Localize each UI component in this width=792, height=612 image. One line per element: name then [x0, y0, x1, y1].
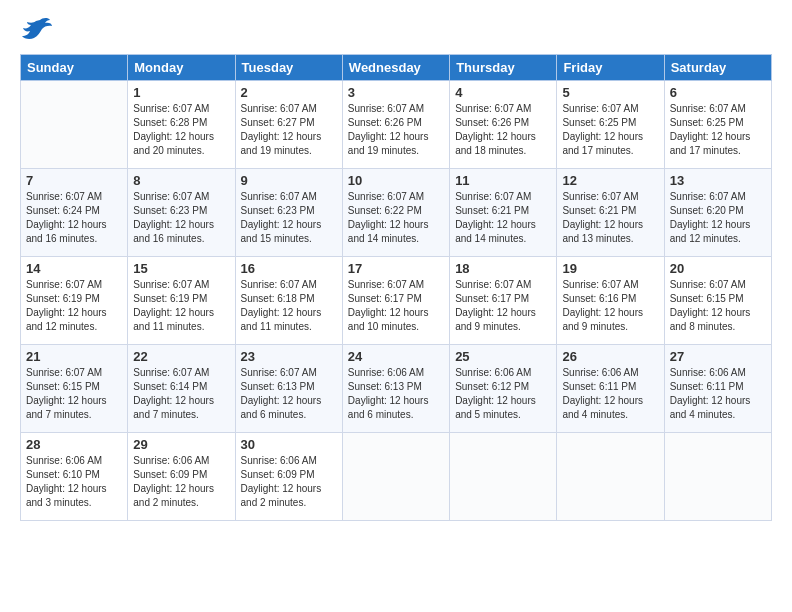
day-info: Sunrise: 6:07 AMSunset: 6:23 PMDaylight:… — [133, 190, 229, 246]
day-info: Sunrise: 6:07 AMSunset: 6:26 PMDaylight:… — [348, 102, 444, 158]
table-row: 18Sunrise: 6:07 AMSunset: 6:17 PMDayligh… — [450, 257, 557, 345]
day-number: 25 — [455, 349, 551, 364]
col-sunday: Sunday — [21, 55, 128, 81]
day-number: 17 — [348, 261, 444, 276]
table-row: 7Sunrise: 6:07 AMSunset: 6:24 PMDaylight… — [21, 169, 128, 257]
day-info: Sunrise: 6:06 AMSunset: 6:11 PMDaylight:… — [562, 366, 658, 422]
day-info: Sunrise: 6:07 AMSunset: 6:16 PMDaylight:… — [562, 278, 658, 334]
day-info: Sunrise: 6:07 AMSunset: 6:19 PMDaylight:… — [133, 278, 229, 334]
day-number: 4 — [455, 85, 551, 100]
table-row: 12Sunrise: 6:07 AMSunset: 6:21 PMDayligh… — [557, 169, 664, 257]
day-info: Sunrise: 6:07 AMSunset: 6:21 PMDaylight:… — [455, 190, 551, 246]
col-monday: Monday — [128, 55, 235, 81]
day-number: 6 — [670, 85, 766, 100]
logo — [20, 16, 54, 44]
day-number: 29 — [133, 437, 229, 452]
table-row: 5Sunrise: 6:07 AMSunset: 6:25 PMDaylight… — [557, 81, 664, 169]
day-info: Sunrise: 6:07 AMSunset: 6:15 PMDaylight:… — [26, 366, 122, 422]
day-number: 11 — [455, 173, 551, 188]
table-row: 14Sunrise: 6:07 AMSunset: 6:19 PMDayligh… — [21, 257, 128, 345]
day-number: 9 — [241, 173, 337, 188]
day-info: Sunrise: 6:07 AMSunset: 6:27 PMDaylight:… — [241, 102, 337, 158]
table-row: 3Sunrise: 6:07 AMSunset: 6:26 PMDaylight… — [342, 81, 449, 169]
day-number: 28 — [26, 437, 122, 452]
day-info: Sunrise: 6:07 AMSunset: 6:19 PMDaylight:… — [26, 278, 122, 334]
calendar-week-2: 7Sunrise: 6:07 AMSunset: 6:24 PMDaylight… — [21, 169, 772, 257]
table-row: 6Sunrise: 6:07 AMSunset: 6:25 PMDaylight… — [664, 81, 771, 169]
day-info: Sunrise: 6:07 AMSunset: 6:17 PMDaylight:… — [348, 278, 444, 334]
day-info: Sunrise: 6:06 AMSunset: 6:09 PMDaylight:… — [133, 454, 229, 510]
calendar-week-1: 1Sunrise: 6:07 AMSunset: 6:28 PMDaylight… — [21, 81, 772, 169]
day-number: 16 — [241, 261, 337, 276]
day-info: Sunrise: 6:07 AMSunset: 6:26 PMDaylight:… — [455, 102, 551, 158]
col-tuesday: Tuesday — [235, 55, 342, 81]
col-saturday: Saturday — [664, 55, 771, 81]
table-row — [342, 433, 449, 521]
day-number: 13 — [670, 173, 766, 188]
day-info: Sunrise: 6:07 AMSunset: 6:21 PMDaylight:… — [562, 190, 658, 246]
table-row: 29Sunrise: 6:06 AMSunset: 6:09 PMDayligh… — [128, 433, 235, 521]
day-info: Sunrise: 6:06 AMSunset: 6:13 PMDaylight:… — [348, 366, 444, 422]
table-row: 1Sunrise: 6:07 AMSunset: 6:28 PMDaylight… — [128, 81, 235, 169]
table-row: 20Sunrise: 6:07 AMSunset: 6:15 PMDayligh… — [664, 257, 771, 345]
table-row — [557, 433, 664, 521]
table-row — [450, 433, 557, 521]
day-info: Sunrise: 6:07 AMSunset: 6:17 PMDaylight:… — [455, 278, 551, 334]
table-row: 17Sunrise: 6:07 AMSunset: 6:17 PMDayligh… — [342, 257, 449, 345]
day-info: Sunrise: 6:07 AMSunset: 6:13 PMDaylight:… — [241, 366, 337, 422]
table-row: 27Sunrise: 6:06 AMSunset: 6:11 PMDayligh… — [664, 345, 771, 433]
table-row: 23Sunrise: 6:07 AMSunset: 6:13 PMDayligh… — [235, 345, 342, 433]
day-info: Sunrise: 6:06 AMSunset: 6:09 PMDaylight:… — [241, 454, 337, 510]
day-info: Sunrise: 6:07 AMSunset: 6:15 PMDaylight:… — [670, 278, 766, 334]
col-friday: Friday — [557, 55, 664, 81]
day-number: 3 — [348, 85, 444, 100]
day-info: Sunrise: 6:07 AMSunset: 6:22 PMDaylight:… — [348, 190, 444, 246]
table-row — [664, 433, 771, 521]
table-row: 19Sunrise: 6:07 AMSunset: 6:16 PMDayligh… — [557, 257, 664, 345]
day-number: 18 — [455, 261, 551, 276]
table-row — [21, 81, 128, 169]
day-number: 15 — [133, 261, 229, 276]
calendar-header-row: Sunday Monday Tuesday Wednesday Thursday… — [21, 55, 772, 81]
day-number: 14 — [26, 261, 122, 276]
day-info: Sunrise: 6:07 AMSunset: 6:14 PMDaylight:… — [133, 366, 229, 422]
day-number: 5 — [562, 85, 658, 100]
day-info: Sunrise: 6:07 AMSunset: 6:25 PMDaylight:… — [670, 102, 766, 158]
day-number: 30 — [241, 437, 337, 452]
day-info: Sunrise: 6:07 AMSunset: 6:25 PMDaylight:… — [562, 102, 658, 158]
day-info: Sunrise: 6:07 AMSunset: 6:18 PMDaylight:… — [241, 278, 337, 334]
table-row: 16Sunrise: 6:07 AMSunset: 6:18 PMDayligh… — [235, 257, 342, 345]
day-number: 7 — [26, 173, 122, 188]
table-row: 25Sunrise: 6:06 AMSunset: 6:12 PMDayligh… — [450, 345, 557, 433]
calendar-week-4: 21Sunrise: 6:07 AMSunset: 6:15 PMDayligh… — [21, 345, 772, 433]
table-row: 10Sunrise: 6:07 AMSunset: 6:22 PMDayligh… — [342, 169, 449, 257]
day-number: 19 — [562, 261, 658, 276]
day-info: Sunrise: 6:07 AMSunset: 6:24 PMDaylight:… — [26, 190, 122, 246]
day-number: 10 — [348, 173, 444, 188]
table-row: 24Sunrise: 6:06 AMSunset: 6:13 PMDayligh… — [342, 345, 449, 433]
table-row: 15Sunrise: 6:07 AMSunset: 6:19 PMDayligh… — [128, 257, 235, 345]
page: Sunday Monday Tuesday Wednesday Thursday… — [0, 0, 792, 612]
day-number: 26 — [562, 349, 658, 364]
day-number: 8 — [133, 173, 229, 188]
day-number: 21 — [26, 349, 122, 364]
day-info: Sunrise: 6:07 AMSunset: 6:20 PMDaylight:… — [670, 190, 766, 246]
day-number: 27 — [670, 349, 766, 364]
table-row: 30Sunrise: 6:06 AMSunset: 6:09 PMDayligh… — [235, 433, 342, 521]
table-row: 21Sunrise: 6:07 AMSunset: 6:15 PMDayligh… — [21, 345, 128, 433]
day-number: 12 — [562, 173, 658, 188]
calendar-week-3: 14Sunrise: 6:07 AMSunset: 6:19 PMDayligh… — [21, 257, 772, 345]
calendar-week-5: 28Sunrise: 6:06 AMSunset: 6:10 PMDayligh… — [21, 433, 772, 521]
day-number: 2 — [241, 85, 337, 100]
day-number: 23 — [241, 349, 337, 364]
calendar-table: Sunday Monday Tuesday Wednesday Thursday… — [20, 54, 772, 521]
table-row: 9Sunrise: 6:07 AMSunset: 6:23 PMDaylight… — [235, 169, 342, 257]
header — [20, 16, 772, 44]
table-row: 2Sunrise: 6:07 AMSunset: 6:27 PMDaylight… — [235, 81, 342, 169]
day-info: Sunrise: 6:07 AMSunset: 6:23 PMDaylight:… — [241, 190, 337, 246]
table-row: 28Sunrise: 6:06 AMSunset: 6:10 PMDayligh… — [21, 433, 128, 521]
table-row: 4Sunrise: 6:07 AMSunset: 6:26 PMDaylight… — [450, 81, 557, 169]
day-number: 24 — [348, 349, 444, 364]
day-number: 22 — [133, 349, 229, 364]
day-info: Sunrise: 6:06 AMSunset: 6:12 PMDaylight:… — [455, 366, 551, 422]
